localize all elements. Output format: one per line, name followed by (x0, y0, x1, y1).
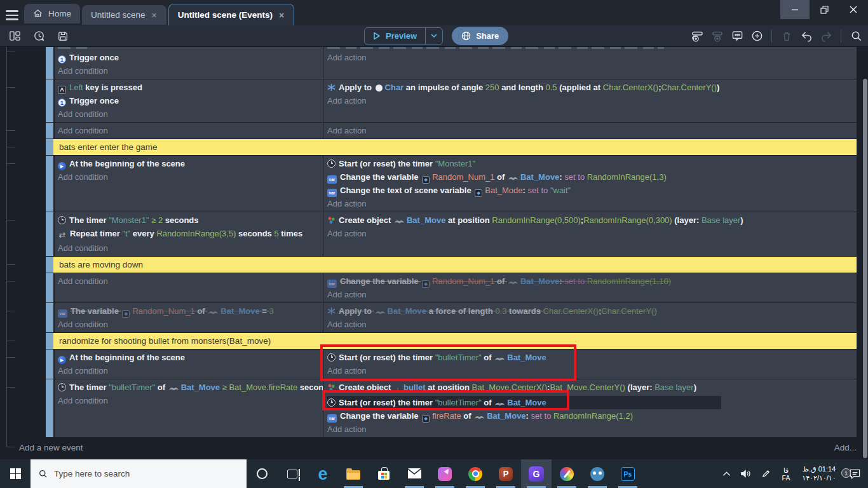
tab-close-icon[interactable]: × (151, 10, 158, 20)
pen-icon[interactable] (758, 469, 773, 478)
conditions-cell[interactable]: Add condition (55, 273, 323, 302)
add-action-link[interactable]: Add action (327, 318, 857, 331)
taskbar-app-task-view[interactable] (277, 459, 308, 488)
add-action-link[interactable]: Add action (327, 227, 857, 240)
condition-line[interactable]: 1Trigger once (58, 51, 323, 64)
conditions-cell[interactable]: ALeft key is pressed1Trigger onceAdd con… (55, 79, 323, 122)
conditions-cell[interactable]: The timer "bulletTimer" of Bat_Move ≥ Ba… (55, 379, 323, 437)
add-action-link[interactable]: Add action (327, 94, 857, 107)
add-action-link[interactable]: Add action (327, 423, 857, 436)
add-condition-link[interactable]: Add condition (58, 318, 323, 331)
action-line[interactable]: varChange the variable ◆Random_Num_1 of … (327, 274, 857, 288)
condition-line[interactable]: 1Trigger once (58, 94, 323, 107)
taskbar-search-input[interactable]: Type here to search (31, 459, 247, 488)
add-condition-link[interactable]: Add condition (58, 394, 323, 407)
conditions-cell[interactable]: The timer "Monster1" ≥ 2 seconds⇄Repeat … (55, 212, 323, 256)
conditions-cell[interactable]: ▶At the beginning of the sceneAdd condit… (55, 156, 323, 212)
add-condition-link[interactable]: Add condition (58, 124, 323, 137)
add-condition-link[interactable]: Add condition (58, 274, 323, 288)
add-condition-link[interactable]: Add condition (58, 107, 323, 121)
action-line[interactable]: varChange the variable ◆fireRate of Bat_… (327, 409, 857, 423)
actions-cell[interactable]: Create object ↓bullet at position Bat_Mo… (323, 379, 857, 437)
tab-close-icon[interactable]: × (278, 10, 285, 20)
action-line[interactable]: Apply to Char an impulse of angle 250 an… (327, 81, 857, 94)
hamburger-menu-icon[interactable] (0, 5, 24, 25)
close-button[interactable] (839, 0, 868, 19)
conditions-cell[interactable]: varThe variable ◆Random_Num_1 of Bat_Mov… (55, 303, 323, 332)
comment-text[interactable]: randomize for shooting bullet from monst… (53, 333, 857, 349)
vertical-scrollbar[interactable] (863, 79, 867, 458)
taskbar-app-file-explorer[interactable] (338, 459, 369, 488)
taskbar-app-mail[interactable] (399, 459, 430, 488)
actions-cell[interactable]: Start (or reset) the timer "Monster1"var… (323, 156, 857, 212)
taskbar-app-psiphon[interactable]: P (491, 459, 521, 488)
condition-line[interactable]: The timer "bulletTimer" of Bat_Move ≥ Ba… (58, 381, 323, 394)
taskbar-app-cortana[interactable] (247, 459, 277, 488)
action-line[interactable]: Create object ↓bullet at position Bat_Mo… (327, 381, 857, 396)
tab-home[interactable]: Home (24, 4, 80, 24)
actions-cell[interactable]: Start (or reset) the timer "bulletTimer"… (323, 349, 857, 379)
tab-untitled-scene[interactable]: Untitled scene × (82, 5, 166, 25)
conditions-cell[interactable]: ▶At the beginning of the sceneAdd condit… (55, 349, 323, 379)
action-line[interactable]: Start (or reset) the timer "Monster1" (327, 157, 857, 170)
action-line[interactable]: Start (or reset) the timer "bulletTimer"… (327, 396, 721, 409)
start-button[interactable] (0, 459, 31, 488)
save-icon[interactable] (56, 29, 70, 43)
event-selection-strip[interactable] (46, 156, 53, 212)
add-circle-icon[interactable] (750, 29, 764, 43)
history-icon[interactable] (32, 29, 46, 43)
preview-dropdown-button[interactable] (425, 28, 442, 44)
action-line[interactable]: Start (or reset) the timer "bulletTimer"… (327, 351, 857, 364)
condition-line[interactable]: ▶At the beginning of the scene (58, 157, 323, 170)
restore-button[interactable] (810, 0, 839, 19)
event-selection-strip[interactable] (46, 349, 53, 379)
add-condition-link[interactable]: Add condition (58, 364, 323, 377)
condition-line[interactable]: ⇄Repeat timer "t" every RandomInRange(3,… (58, 227, 323, 241)
taskbar-app-godot[interactable] (582, 459, 613, 488)
clock-date[interactable]: 01:14 ق.ظ ۱۴۰۲/۱۰/۱۰ (799, 465, 839, 482)
share-button[interactable]: Share (452, 27, 508, 45)
event-selection-strip[interactable] (46, 47, 53, 79)
add-action-link[interactable]: Add action (327, 364, 857, 377)
action-line[interactable]: Apply to Bat_Move a force of length 0.3 … (327, 304, 857, 318)
language-indicator[interactable]: فا FA (778, 466, 794, 482)
add-subevent-icon[interactable] (710, 29, 724, 43)
add-more-link[interactable]: Add... (834, 443, 857, 452)
delete-icon[interactable] (780, 29, 794, 43)
condition-line[interactable]: varThe variable ◆Random_Num_1 of Bat_Mov… (58, 304, 323, 318)
add-comment-icon[interactable] (730, 29, 744, 43)
action-center-button[interactable]: 1 (844, 468, 865, 479)
actions-cell[interactable]: varChange the variable ◆Random_Num_1 of … (323, 273, 857, 302)
action-line[interactable]: varChange the text of scene variable ◆Ba… (327, 184, 857, 197)
actions-cell[interactable]: Apply to Char an impulse of angle 250 an… (323, 79, 857, 122)
taskbar-app-unicorn-app[interactable] (430, 459, 460, 488)
event-selection-strip[interactable] (46, 333, 53, 349)
add-condition-link[interactable]: Add condition (58, 241, 323, 255)
conditions-cell[interactable]: Add condition (55, 123, 323, 139)
event-selection-strip[interactable] (46, 123, 53, 139)
add-action-link[interactable]: Add action (327, 288, 857, 301)
add-action-link[interactable]: Add action (327, 197, 857, 210)
taskbar-app-photoshop[interactable]: Ps (613, 459, 643, 488)
event-selection-strip[interactable] (46, 79, 53, 122)
add-condition-link[interactable]: Add condition (58, 64, 323, 78)
event-selection-strip[interactable] (46, 139, 53, 155)
minimize-button[interactable] (780, 0, 810, 19)
add-action-link[interactable]: Add action (327, 51, 857, 64)
preview-button[interactable]: Preview (365, 28, 425, 44)
event-selection-strip[interactable] (46, 273, 53, 302)
volume-icon[interactable] (738, 469, 754, 478)
actions-cell[interactable]: Add action (323, 47, 857, 79)
event-selection-strip[interactable] (46, 212, 53, 256)
taskbar-app-store[interactable] (369, 459, 399, 488)
actions-cell[interactable]: Create object Bat_Move at position Rando… (323, 212, 857, 256)
condition-line[interactable]: ALeft key is pressed (58, 81, 323, 94)
event-selection-strip[interactable] (46, 257, 53, 273)
undo-icon[interactable] (799, 29, 813, 43)
add-action-link[interactable]: Add action (327, 124, 857, 137)
add-new-event-link[interactable]: Add a new event (19, 443, 83, 452)
event-selection-strip[interactable] (46, 303, 53, 332)
taskbar-app-edge[interactable]: e (308, 459, 338, 488)
add-event-icon[interactable] (691, 29, 705, 43)
actions-cell[interactable]: Add action (323, 123, 857, 139)
